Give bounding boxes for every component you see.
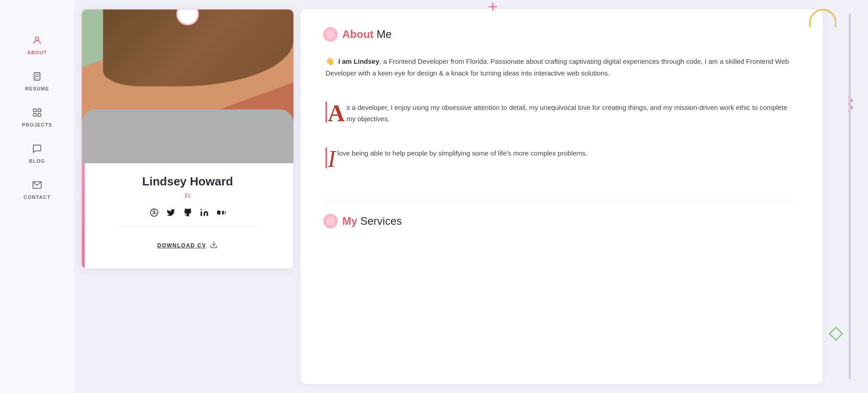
- about-paragraph-3-text: love being able to help people by simpli…: [337, 149, 587, 157]
- dribbble-icon[interactable]: [149, 208, 159, 218]
- linkedin-icon[interactable]: [199, 208, 209, 218]
- sidebar-item-about[interactable]: ABOUT: [0, 27, 74, 63]
- profile-name: Lindsey Howard: [95, 175, 280, 189]
- profile-card: Lindsey Howard Fr: [81, 9, 294, 269]
- deco-scrollbar: [849, 14, 851, 379]
- profile-subtitle: Fr: [95, 192, 280, 199]
- sidebar-label-about: ABOUT: [27, 50, 47, 55]
- sidebar-item-contact[interactable]: CONTACT: [0, 172, 74, 208]
- download-cv-label: DOWNLOAD CV: [157, 242, 207, 249]
- about-rest: Me: [373, 28, 392, 40]
- dropcap-a: A: [326, 102, 347, 123]
- mail-icon: [32, 180, 42, 192]
- about-heading-text: About Me: [342, 28, 392, 41]
- about-paragraph-3: I love being able to help people by simp…: [323, 147, 796, 169]
- svg-rect-9: [33, 114, 36, 116]
- twitter-icon[interactable]: [166, 208, 176, 218]
- profile-photo: [82, 9, 293, 163]
- services-heading-text: My Services: [342, 215, 402, 227]
- deco-zigzag-right: [846, 95, 854, 118]
- github-icon[interactable]: [183, 208, 193, 218]
- svg-point-16: [225, 211, 226, 214]
- deco-diamond-right: [829, 327, 843, 341]
- person-face-bg: [82, 9, 293, 163]
- services-highlight: My: [342, 215, 357, 227]
- chat-icon: [32, 144, 42, 156]
- medium-icon[interactable]: [216, 208, 226, 218]
- svg-rect-7: [33, 109, 36, 112]
- person-icon: [32, 35, 42, 47]
- sidebar-item-projects[interactable]: PROJECTS: [0, 99, 74, 136]
- sidebar-label-contact: CONTACT: [24, 194, 51, 200]
- about-highlight: About: [342, 28, 373, 40]
- heading-badge: [323, 27, 338, 42]
- services-badge-inner: [326, 217, 335, 226]
- about-paragraph-1: 👋 I am Lindsey, a Frontend Developer fro…: [323, 55, 796, 79]
- profile-area: Lindsey Howard Fr: [75, 0, 301, 393]
- document-icon: [32, 71, 42, 84]
- about-paragraph-2-text: s a developer, I enjoy using my obsessiv…: [347, 104, 788, 123]
- svg-point-2: [35, 37, 38, 40]
- services-heading: My Services: [323, 214, 796, 228]
- wave-emoji: 👋: [326, 57, 335, 65]
- grid-icon: [32, 108, 42, 120]
- cloud-download-icon: [210, 241, 218, 251]
- dropcap-i: I: [326, 147, 337, 169]
- section-divider: [323, 200, 796, 200]
- main-content: About Me 👋 I am Lindsey, a Frontend Deve…: [301, 9, 823, 384]
- sidebar-item-resume[interactable]: RESUME: [0, 63, 74, 99]
- svg-point-14: [217, 210, 221, 215]
- svg-rect-10: [38, 114, 41, 116]
- about-paragraph-2: A s a developer, I enjoy using my obsess…: [323, 102, 796, 125]
- sidebar-label-resume: RESUME: [25, 86, 49, 91]
- sidebar-item-blog[interactable]: BLOG: [0, 136, 74, 172]
- about-heading: About Me: [323, 27, 796, 42]
- sidebar-label-blog: BLOG: [29, 158, 45, 164]
- heading-badge-inner: [326, 30, 335, 39]
- services-rest: Services: [357, 215, 402, 227]
- sidebar-label-projects: PROJECTS: [22, 122, 52, 128]
- profile-divider: [114, 227, 261, 227]
- svg-point-13: [201, 209, 202, 210]
- svg-rect-8: [38, 109, 41, 112]
- sidebar: ABOUT RESUME P: [0, 0, 75, 393]
- social-links: [95, 208, 280, 218]
- download-cv-button[interactable]: DOWNLOAD CV: [95, 234, 280, 257]
- svg-point-15: [222, 210, 224, 214]
- about-name-bold: I am Lindsey: [338, 57, 379, 65]
- profile-info: Lindsey Howard Fr: [82, 163, 293, 269]
- services-badge: [323, 214, 338, 228]
